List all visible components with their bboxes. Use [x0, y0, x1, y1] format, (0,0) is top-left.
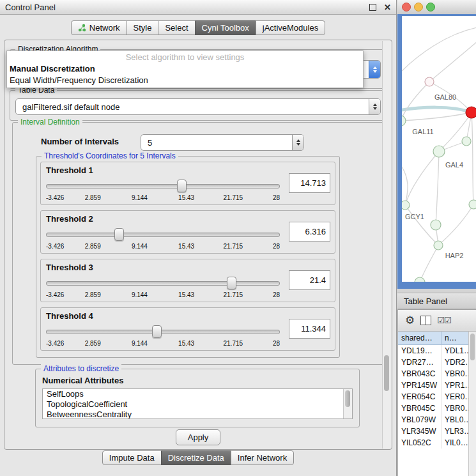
network-node-gal80[interactable]: [425, 77, 434, 86]
control-panel-titlebar: Control Panel ✕: [0, 0, 396, 15]
network-node[interactable]: [462, 137, 471, 146]
tab-network[interactable]: Network: [71, 20, 127, 35]
numerical-attributes-list[interactable]: SelfLoopsTopologicalCoefficientBetweenne…: [42, 388, 353, 419]
network-edge: [402, 27, 476, 75]
tick-label: 9.144: [132, 194, 148, 201]
slider-track[interactable]: [46, 184, 280, 188]
tick-label: 9.144: [132, 340, 148, 347]
tick-label: 28: [273, 243, 280, 250]
combo-stepper-icon[interactable]: [369, 99, 380, 114]
gear-icon[interactable]: ⚙: [405, 315, 415, 326]
table-header-row: shared…n…: [398, 332, 469, 345]
network-node[interactable]: [415, 277, 425, 282]
slider-thumb[interactable]: [177, 180, 187, 192]
slider-scale: -3.4262.8599.14415.4321.71528: [46, 194, 280, 202]
combo-stepper-icon[interactable]: [292, 135, 303, 150]
table-row[interactable]: YPR145WYPR1…: [398, 380, 469, 391]
bottom-tab-impute-data[interactable]: Impute Data: [102, 450, 162, 465]
number-of-intervals-combo[interactable]: 5: [141, 134, 304, 151]
table-row[interactable]: YIL052CYIL0…: [398, 437, 469, 449]
slider-thumb[interactable]: [227, 277, 236, 289]
node-label: GCY1: [405, 213, 424, 220]
tick-label: 2.859: [85, 340, 101, 347]
panel-scrollbar-thumb[interactable]: [384, 355, 389, 391]
table-scrollbar-thumb[interactable]: [470, 334, 475, 360]
close-window-icon[interactable]: ✕: [384, 3, 391, 12]
slider-track[interactable]: [46, 233, 280, 237]
table-data-group: Table Data galFiltered.sif default node: [10, 90, 387, 121]
threshold-value-box[interactable]: 11.344: [289, 319, 330, 339]
network-edge: [436, 151, 439, 225]
threshold-value-box[interactable]: 14.713: [289, 173, 330, 193]
threshold-value-box[interactable]: 6.316: [289, 222, 330, 242]
attributes-scrollbar[interactable]: [343, 389, 352, 418]
close-traffic-light-icon[interactable]: [402, 3, 411, 12]
table-row[interactable]: YBL079WYBL0…: [398, 414, 469, 426]
slider-track[interactable]: [46, 281, 280, 286]
attribute-item[interactable]: TopologicalCoefficient: [43, 399, 352, 410]
attribute-item[interactable]: SelfLoops: [43, 389, 352, 399]
network-node-gal11[interactable]: [402, 116, 406, 126]
tab-label: Discretize Data: [168, 453, 224, 463]
tab-jactivemodules[interactable]: jActiveModules: [256, 20, 325, 35]
table-cell: YPR145W: [398, 380, 441, 391]
network-canvas[interactable]: GAL80GAL11GAL4GCY1HAP2: [402, 16, 476, 282]
float-window-icon[interactable]: [369, 4, 376, 11]
tab-cyni-toolbox[interactable]: Cyni Toolbox: [195, 20, 256, 35]
column-header[interactable]: n…: [441, 332, 469, 345]
attributes-scrollbar-thumb[interactable]: [345, 390, 350, 407]
number-of-intervals-value: 5: [148, 135, 152, 150]
table-row[interactable]: YLR345WYLR3…: [398, 426, 469, 437]
combo-stepper-icon[interactable]: [369, 61, 380, 78]
bottom-tab-infer-network[interactable]: Infer Network: [231, 450, 294, 465]
column-header[interactable]: shared…: [398, 332, 441, 345]
network-node-hap2[interactable]: [434, 241, 443, 250]
threshold-value-box[interactable]: 21.4: [289, 270, 330, 290]
table-cell: YBR043C: [398, 368, 441, 380]
tab-label: Select: [165, 23, 188, 33]
network-node[interactable]: [469, 200, 476, 209]
attribute-item[interactable]: BetweennessCentrality: [43, 410, 352, 419]
table-cell: YBR045C: [398, 403, 441, 414]
tick-label: 9.144: [132, 243, 148, 250]
threshold-coordinates-group: Threshold's Coordinates for 5 Intervals …: [36, 156, 340, 358]
table-cell: YIL0…: [441, 437, 469, 449]
network-graph[interactable]: GAL80GAL11GAL4GCY1HAP2: [402, 16, 476, 282]
table-scrollbar[interactable]: [468, 332, 476, 476]
table-cell: YPR1…: [441, 380, 469, 391]
group-title: Interval Definition: [18, 118, 82, 127]
slider-track[interactable]: [46, 330, 280, 334]
network-node[interactable]: [466, 107, 476, 118]
network-edge: [402, 107, 472, 112]
minimize-traffic-light-icon[interactable]: [414, 3, 423, 12]
table-data-combo[interactable]: galFiltered.sif default node: [15, 98, 381, 115]
table-row[interactable]: YER054CYER0…: [398, 391, 469, 403]
select-columns-icon[interactable]: ☑☑: [437, 316, 450, 325]
threshold-label: Threshold 1: [46, 165, 93, 175]
panel-scrollbar[interactable]: [382, 41, 391, 449]
zoom-traffic-light-icon[interactable]: [426, 3, 435, 12]
slider-thumb[interactable]: [114, 228, 124, 241]
tick-label: 15.43: [178, 340, 194, 347]
table-row[interactable]: YBR045CYBR0…: [398, 403, 469, 414]
tab-select[interactable]: Select: [158, 20, 195, 35]
threshold-block: Threshold 1-3.4262.8599.14415.4321.71528…: [40, 162, 335, 205]
algorithm-option[interactable]: Equal Width/Frequency Discretization: [7, 75, 363, 86]
tick-label: 21.715: [224, 243, 243, 250]
bottom-tab-discretize-data[interactable]: Discretize Data: [161, 450, 231, 465]
network-node-gal4[interactable]: [433, 146, 445, 157]
threshold-label: Threshold 4: [46, 311, 93, 321]
columns-icon[interactable]: [420, 316, 431, 325]
network-node[interactable]: [431, 220, 441, 230]
table-row[interactable]: YBR043CYBR0…: [398, 368, 469, 380]
tab-style[interactable]: Style: [127, 20, 159, 35]
slider-thumb[interactable]: [152, 325, 162, 338]
network-node-gcy1[interactable]: [402, 201, 410, 210]
slider-scale: -3.4262.8599.14415.4321.71528: [46, 291, 280, 299]
table-row[interactable]: YDL19…YDL1…: [398, 345, 469, 357]
table-cell: YDR2…: [441, 357, 469, 368]
table-row[interactable]: YDR27…YDR2…: [398, 357, 469, 368]
tab-label: Infer Network: [238, 453, 287, 463]
apply-button[interactable]: Apply: [176, 429, 220, 445]
algorithm-option[interactable]: Manual Discretization: [7, 63, 363, 75]
